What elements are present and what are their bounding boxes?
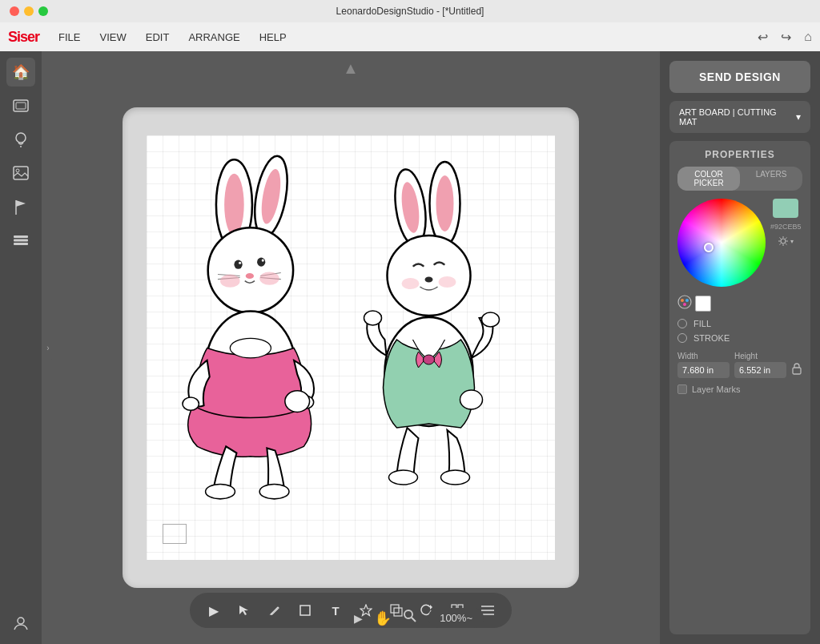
minimize-button[interactable] <box>24 6 34 16</box>
svg-point-12 <box>224 174 244 236</box>
artboard-selector[interactable]: ART BOARD | CUTTING MAT ▾ <box>669 101 810 133</box>
bunny-left <box>171 151 339 504</box>
sidebar-item-layers[interactable] <box>6 226 35 255</box>
sidebar-item-home[interactable]: 🏠 <box>6 58 35 87</box>
chevron-down-icon: ▾ <box>796 111 801 123</box>
play-tool[interactable]: ▶ <box>204 601 223 620</box>
svg-point-66 <box>681 299 684 302</box>
artboard-selector-label: ART BOARD | CUTTING MAT <box>679 107 796 127</box>
menu-help[interactable]: HELP <box>251 28 295 46</box>
bunny-right <box>351 159 515 496</box>
svg-rect-7 <box>14 235 28 238</box>
lock-icon[interactable] <box>791 362 802 378</box>
hand-tool[interactable]: ✋ <box>374 610 392 627</box>
svg-point-47 <box>441 470 470 485</box>
svg-point-62 <box>404 610 412 618</box>
svg-point-64 <box>781 239 786 244</box>
home-button[interactable]: ⌂ <box>804 30 812 44</box>
text-tool[interactable]: T <box>326 601 345 620</box>
svg-point-46 <box>389 470 418 485</box>
stroke-label: STROKE <box>693 333 730 343</box>
svg-point-18 <box>239 262 241 264</box>
fill-label: FILL <box>693 319 711 328</box>
svg-point-44 <box>364 311 382 325</box>
height-input[interactable] <box>734 362 786 378</box>
tab-color-picker[interactable]: COLOR PICKER <box>677 167 740 191</box>
send-design-button[interactable]: SEND DESIGN <box>669 61 810 93</box>
sidebar-item-flags[interactable] <box>6 192 35 221</box>
fill-radio[interactable] <box>677 319 687 328</box>
color-wheel[interactable] <box>677 199 766 287</box>
svg-rect-69 <box>793 368 801 374</box>
svg-point-67 <box>685 299 689 302</box>
menu-view[interactable]: VIEW <box>92 28 135 46</box>
width-input[interactable] <box>677 362 730 378</box>
cursor-zoom-tool[interactable]: ▶ <box>354 612 363 625</box>
sidebar-collapse[interactable]: › <box>42 336 54 360</box>
undo-button[interactable]: ↩ <box>758 30 768 45</box>
svg-point-16 <box>234 260 242 269</box>
svg-point-45 <box>482 312 500 327</box>
close-button[interactable] <box>10 6 19 16</box>
sidebar: 🏠 › <box>0 51 42 644</box>
tab-layers[interactable]: LAYERS <box>740 167 802 191</box>
height-group: Height <box>734 352 786 378</box>
artboard-corner-marker <box>163 524 187 544</box>
select-tool[interactable] <box>235 601 254 620</box>
menu-edit[interactable]: EDIT <box>138 28 178 46</box>
sidebar-item-account[interactable] <box>6 609 35 638</box>
svg-point-10 <box>18 618 24 624</box>
layer-marks-checkbox[interactable] <box>677 384 687 394</box>
current-color-swatch[interactable] <box>773 199 798 218</box>
svg-point-20 <box>246 273 254 279</box>
scroll-up-icon[interactable]: ▲ <box>343 59 359 78</box>
siser-logo: Siser <box>8 29 39 46</box>
menu-file[interactable]: FILE <box>50 28 88 46</box>
width-group: Width <box>677 352 730 378</box>
width-label: Width <box>677 352 730 360</box>
svg-rect-9 <box>14 243 28 245</box>
fill-row: FILL <box>677 319 802 328</box>
svg-point-43 <box>424 355 435 364</box>
svg-point-33 <box>285 391 310 413</box>
redo-button[interactable]: ↪ <box>781 30 791 45</box>
svg-point-28 <box>230 338 271 358</box>
zoom-level[interactable]: 100%~ <box>428 608 484 628</box>
palette-icon[interactable] <box>677 295 692 312</box>
svg-point-25 <box>220 274 240 287</box>
color-wheel-handle[interactable] <box>704 243 713 252</box>
svg-point-5 <box>16 169 19 172</box>
sidebar-item-ideas[interactable] <box>6 125 35 154</box>
properties-panel: PROPERTIES COLOR PICKER LAYERS #92CEB5 ▾ <box>669 141 810 634</box>
svg-point-29 <box>183 397 199 410</box>
menubar: Siser FILE VIEW EDIT ARRANGE HELP ↩ ↪ ⌂ <box>0 22 820 51</box>
pencil-tool[interactable] <box>265 601 284 620</box>
svg-point-41 <box>439 276 456 288</box>
sidebar-item-images[interactable] <box>6 159 35 187</box>
artboard[interactable] <box>147 135 555 560</box>
color-palette-row <box>677 295 802 312</box>
zoom-tool[interactable] <box>403 609 417 627</box>
window-title: LeonardoDesignStudio - [*Untitled] <box>336 6 484 17</box>
stroke-radio[interactable] <box>677 333 687 343</box>
svg-point-37 <box>436 175 454 231</box>
prop-tabs: COLOR PICKER LAYERS <box>677 167 802 191</box>
svg-point-32 <box>259 484 289 498</box>
svg-point-38 <box>388 235 471 316</box>
svg-rect-1 <box>16 103 26 109</box>
svg-rect-8 <box>14 239 28 242</box>
traffic-lights <box>10 6 48 16</box>
main-area: 🏠 › ▲ <box>0 51 820 644</box>
maximize-button[interactable] <box>38 6 48 16</box>
properties-title: PROPERTIES <box>677 149 802 160</box>
color-wheel-area: #92CEB5 ▾ <box>677 199 802 287</box>
rectangle-tool[interactable] <box>295 601 315 620</box>
menu-arrange[interactable]: ARRANGE <box>180 28 247 46</box>
sidebar-item-canvas[interactable] <box>6 91 35 120</box>
white-swatch[interactable] <box>695 296 711 312</box>
artboard-container <box>123 107 579 588</box>
color-settings-button[interactable]: ▾ <box>778 235 794 247</box>
titlebar: LeonardoDesignStudio - [*Untitled] <box>0 0 820 22</box>
svg-point-65 <box>678 296 691 308</box>
menubar-icons: ↩ ↪ ⌂ <box>758 30 812 45</box>
